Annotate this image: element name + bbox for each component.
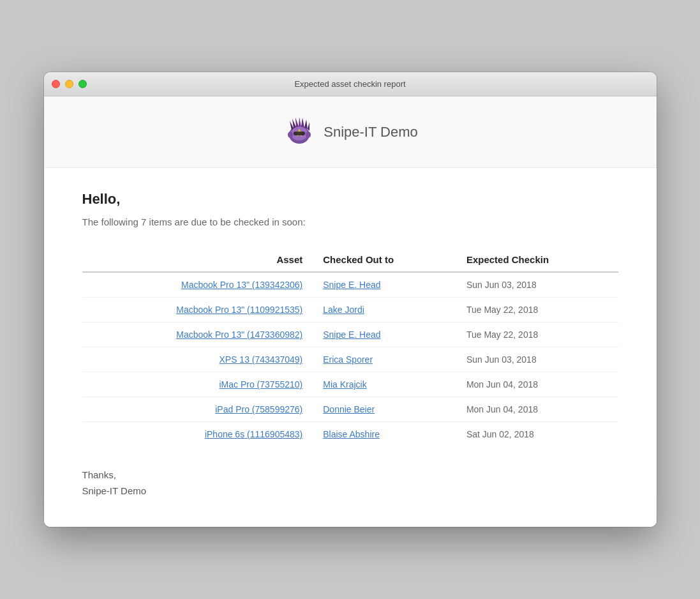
svg-point-12 [288, 132, 293, 138]
email-greeting: Hello, [82, 191, 618, 208]
user-cell: Snipe E. Head [313, 322, 456, 347]
table-row: Macbook Pro 13" (139342306)Snipe E. Head… [82, 272, 618, 298]
table-row: Macbook Pro 13" (1473360982)Snipe E. Hea… [82, 322, 618, 347]
svg-marker-6 [292, 119, 296, 128]
user-cell: Lake Jordi [313, 298, 456, 322]
user-link[interactable]: Snipe E. Head [323, 330, 380, 340]
minimize-button[interactable] [65, 80, 73, 88]
brand-name-text: Snipe-IT Demo [324, 124, 418, 140]
email-intro: The following 7 items are due to be chec… [82, 216, 618, 227]
asset-link[interactable]: iPad Pro (758599276) [215, 404, 302, 414]
svg-point-13 [306, 132, 311, 138]
date-cell: Sat Jun 02, 2018 [456, 422, 618, 447]
col-asset: Asset [82, 248, 313, 272]
footer-brand: Snipe-IT Demo [82, 485, 618, 496]
maximize-button[interactable] [78, 80, 87, 88]
svg-marker-8 [299, 117, 301, 126]
user-link[interactable]: Lake Jordi [323, 305, 364, 315]
snipeit-logo-icon [282, 114, 317, 149]
titlebar: Expected asset checkin report [44, 72, 657, 96]
date-cell: Mon Jun 04, 2018 [456, 372, 618, 397]
asset-cell: XPS 13 (743437049) [82, 347, 313, 372]
user-link[interactable]: Donnie Beier [323, 404, 375, 414]
user-cell: Erica Sporer [313, 347, 456, 372]
brand-logo-container: Snipe-IT Demo [282, 114, 418, 149]
asset-cell: Macbook Pro 13" (1109921535) [82, 298, 313, 322]
email-content: Snipe-IT Demo Hello, The following 7 ite… [44, 96, 657, 527]
user-cell: Mia Krajcik [313, 372, 456, 397]
window-title: Expected asset checkin report [294, 79, 405, 89]
asset-link[interactable]: Macbook Pro 13" (139342306) [181, 280, 302, 290]
svg-marker-10 [304, 119, 308, 129]
asset-link[interactable]: Macbook Pro 13" (1473360982) [176, 330, 302, 340]
date-cell: Tue May 22, 2018 [456, 298, 618, 322]
close-button[interactable] [52, 80, 60, 88]
asset-cell: iPhone 6s (1116905483) [82, 422, 313, 447]
date-cell: Sun Jun 03, 2018 [456, 347, 618, 372]
svg-marker-9 [301, 118, 304, 128]
asset-link[interactable]: Macbook Pro 13" (1109921535) [176, 305, 302, 315]
table-row: Macbook Pro 13" (1109921535)Lake JordiTu… [82, 298, 618, 322]
asset-link[interactable]: iPhone 6s (1116905483) [205, 429, 302, 439]
table-row: iPad Pro (758599276)Donnie BeierMon Jun … [82, 397, 618, 422]
table-row: iMac Pro (73755210)Mia KrajcikMon Jun 04… [82, 372, 618, 397]
user-cell: Blaise Abshire [313, 422, 456, 447]
svg-marker-11 [308, 122, 309, 131]
date-cell: Tue May 22, 2018 [456, 322, 618, 347]
assets-table: Asset Checked Out to Expected Checkin Ma… [82, 248, 618, 446]
asset-cell: iMac Pro (73755210) [82, 372, 313, 397]
asset-cell: iPad Pro (758599276) [82, 397, 313, 422]
table-row: iPhone 6s (1116905483)Blaise AbshireSat … [82, 422, 618, 447]
col-checked-out: Checked Out to [313, 248, 456, 272]
asset-link[interactable]: iMac Pro (73755210) [219, 379, 302, 390]
app-window: Expected asset checkin report [44, 72, 657, 527]
user-link[interactable]: Erica Sporer [323, 354, 373, 365]
asset-cell: Macbook Pro 13" (1473360982) [82, 322, 313, 347]
footer-thanks: Thanks, [82, 469, 618, 480]
table-row: XPS 13 (743437049)Erica SporerSun Jun 03… [82, 347, 618, 372]
asset-link[interactable]: XPS 13 (743437049) [219, 354, 302, 365]
user-cell: Snipe E. Head [313, 272, 456, 298]
email-header: Snipe-IT Demo [44, 96, 657, 168]
date-cell: Sun Jun 03, 2018 [456, 272, 618, 298]
user-cell: Donnie Beier [313, 397, 456, 422]
date-cell: Mon Jun 04, 2018 [456, 397, 618, 422]
user-link[interactable]: Blaise Abshire [323, 429, 380, 439]
asset-cell: Macbook Pro 13" (139342306) [82, 272, 313, 298]
table-header-row: Asset Checked Out to Expected Checkin [82, 248, 618, 272]
window-controls [52, 80, 87, 88]
email-body: Hello, The following 7 items are due to … [44, 168, 657, 527]
user-link[interactable]: Mia Krajcik [323, 379, 366, 390]
user-link[interactable]: Snipe E. Head [323, 280, 380, 290]
col-expected-checkin: Expected Checkin [456, 248, 618, 272]
svg-marker-7 [295, 118, 299, 127]
